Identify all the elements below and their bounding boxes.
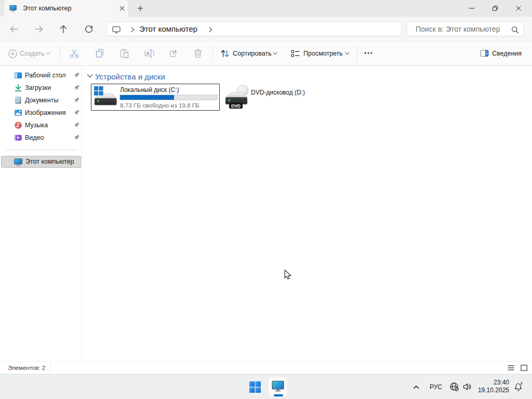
- search-input[interactable]: [416, 23, 508, 35]
- arrow-right-icon: [35, 25, 43, 33]
- restore-icon: [493, 6, 498, 11]
- music-icon: [14, 121, 22, 129]
- sidebar-item-label: Музыка: [25, 119, 48, 131]
- paste-button[interactable]: [116, 46, 134, 61]
- chevron-down-icon: [46, 52, 50, 55]
- sidebar-item-label: Документы: [25, 94, 58, 107]
- group-header-label: Устройства и диски: [95, 72, 165, 81]
- sidebar-item-label: Рабочий стол: [25, 69, 65, 82]
- dvd-badge-text: DVD: [231, 103, 241, 109]
- pin-icon: [73, 122, 80, 128]
- toolbar-separator: [60, 46, 60, 61]
- back-button[interactable]: [7, 22, 21, 36]
- close-icon: [119, 6, 125, 11]
- pictures-icon: [14, 109, 22, 117]
- search-icon[interactable]: [511, 26, 519, 34]
- dvd-drive-icon: DVD: [224, 82, 251, 111]
- explorer-tab[interactable]: Этот компьютер: [4, 0, 128, 17]
- sidebar-item-desktop[interactable]: Рабочий стол: [1, 69, 81, 82]
- ellipsis-icon: [364, 51, 373, 55]
- pin-icon: [73, 97, 80, 103]
- arrow-up-icon: [59, 25, 68, 33]
- see-more-button[interactable]: [361, 46, 376, 61]
- language-indicator[interactable]: РУС: [427, 381, 445, 393]
- dvd-drive-tile[interactable]: DVD DVD-дисковод (D:): [224, 82, 349, 111]
- sidebar-item-label: Этот компьютер: [25, 156, 74, 167]
- taskbar-file-explorer-button[interactable]: [268, 377, 288, 397]
- chevron-up-icon: [413, 385, 419, 389]
- drive-c-name: Локальный диск (C:): [120, 86, 179, 94]
- delete-button[interactable]: [189, 46, 207, 61]
- copy-icon: [95, 48, 105, 59]
- forward-button[interactable]: [32, 22, 46, 36]
- this-pc-icon: [272, 380, 284, 392]
- titlebar: Этот компьютер: [0, 0, 532, 17]
- pin-icon: [73, 72, 80, 78]
- arrow-left-icon: [10, 25, 18, 33]
- network-no-internet-icon[interactable]: [449, 382, 459, 392]
- new-button-label: Создать: [20, 46, 45, 61]
- mouse-cursor: [284, 270, 292, 281]
- square-icon: [521, 365, 527, 371]
- address-bar[interactable]: Этот компьютер: [107, 22, 402, 36]
- copy-button[interactable]: [91, 46, 109, 61]
- restore-button[interactable]: [484, 0, 507, 17]
- sidebar-item-label: Видео: [25, 131, 44, 144]
- share-icon: [168, 48, 179, 59]
- start-button[interactable]: [248, 377, 262, 396]
- search-box[interactable]: [407, 22, 524, 36]
- pin-icon: [73, 109, 80, 116]
- plus-icon: [137, 5, 143, 11]
- breadcrumb-chevron-icon[interactable]: [208, 27, 212, 32]
- thumbnail-view-toggle[interactable]: [517, 362, 530, 374]
- tray-show-hidden-icons-button[interactable]: [410, 381, 422, 393]
- list-lines-icon: [508, 365, 514, 371]
- details-view-toggle[interactable]: [504, 362, 517, 374]
- chevron-down-icon[interactable]: [87, 74, 93, 78]
- cut-icon: [69, 48, 79, 59]
- details-pane-icon: [480, 49, 489, 57]
- svg-text:z: z: [521, 381, 523, 385]
- paste-icon: [119, 48, 130, 59]
- sidebar-item-label: Изображения: [25, 107, 66, 119]
- sidebar-item-documents[interactable]: Документы: [1, 94, 81, 107]
- breadcrumb-location[interactable]: Этот компьютер: [139, 22, 197, 36]
- statusbar-divider: [50, 364, 50, 372]
- this-pc-icon: [9, 5, 17, 12]
- drive-c-tile[interactable]: Локальный диск (C:) 8,73 ГБ свободно из …: [91, 84, 220, 111]
- notification-bell-icon[interactable]: z: [513, 381, 524, 392]
- status-bar: Элементов: 2: [0, 361, 532, 374]
- navigation-bar: Этот компьютер: [0, 17, 532, 42]
- drive-c-capacity-bar: [119, 95, 218, 100]
- clock[interactable]: 23:40 19.10.2025: [470, 379, 509, 395]
- sidebar-item-videos[interactable]: Видео: [1, 131, 81, 144]
- sidebar-item-this-pc[interactable]: Этот компьютер: [1, 156, 81, 168]
- minimize-button[interactable]: [460, 0, 483, 17]
- local-disk-icon: [93, 85, 119, 108]
- tab-close-button[interactable]: [116, 3, 128, 14]
- tray-time: 23:40: [470, 379, 509, 387]
- drive-c-free-space: 8,73 ГБ свободно из 19,8 ГБ: [120, 102, 200, 109]
- view-button-label: Просмотреть: [303, 46, 343, 61]
- cut-button[interactable]: [65, 46, 83, 61]
- command-bar: Создать: [0, 42, 532, 66]
- up-button[interactable]: [56, 22, 71, 36]
- tray-date: 19.10.2025: [470, 387, 509, 394]
- sidebar-item-downloads[interactable]: Загрузки: [1, 82, 81, 94]
- file-list-area: Устройства и диски: [83, 66, 532, 361]
- this-pc-icon: [14, 158, 22, 166]
- share-button[interactable]: [165, 46, 182, 61]
- sidebar-item-music[interactable]: Музыка: [1, 119, 81, 131]
- sidebar-item-label: Загрузки: [25, 82, 51, 94]
- refresh-button[interactable]: [82, 22, 96, 36]
- sidebar-item-pictures[interactable]: Изображения: [1, 107, 81, 119]
- tab-title: Этот компьютер: [23, 0, 71, 17]
- rename-button[interactable]: [140, 46, 158, 61]
- breadcrumb-chevron-icon: [130, 27, 135, 32]
- sort-button-label: Сортировать: [233, 46, 272, 61]
- new-tab-button[interactable]: [135, 3, 146, 14]
- active-app-indicator: [274, 394, 283, 396]
- close-window-button[interactable]: [507, 0, 530, 17]
- chevron-down-icon: [345, 52, 350, 55]
- pin-icon: [73, 134, 80, 141]
